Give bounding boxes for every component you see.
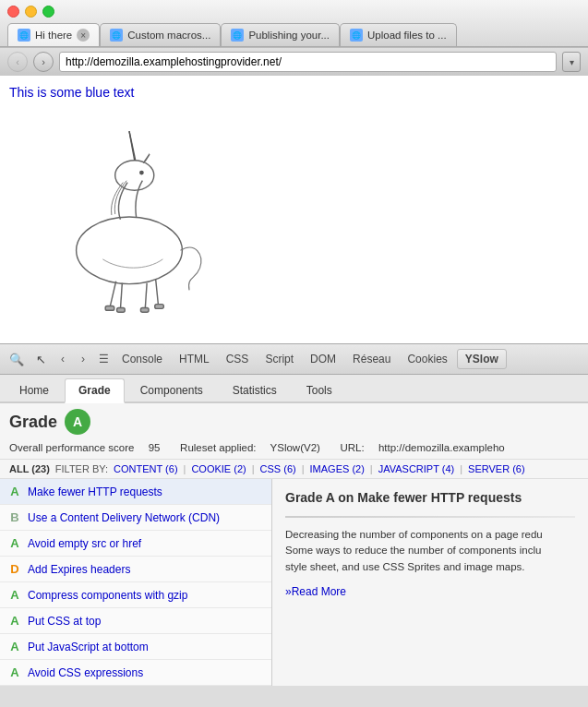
devtools-forward-icon[interactable]: › — [74, 350, 92, 368]
filter-content[interactable]: CONTENT (6) — [114, 463, 177, 474]
grade-badge: A — [65, 409, 90, 435]
devtools-tab-dom[interactable]: DOM — [303, 350, 343, 368]
item-grade-6: A — [7, 640, 22, 653]
svg-point-4 — [139, 171, 144, 175]
filter-by-label: FILTER BY: — [55, 463, 108, 474]
list-item-2[interactable]: A Avoid empty src or href — [0, 531, 271, 557]
yslow-tab-grade[interactable]: Grade — [65, 378, 125, 403]
devtools-tab-yslow[interactable]: YSlow — [457, 349, 507, 369]
item-label-7: Avoid CSS expressions — [28, 666, 264, 679]
minimize-button[interactable] — [25, 6, 37, 18]
tab-icon-publishing: 🌐 — [231, 29, 244, 42]
grade-score-label: Overall performance score — [9, 442, 135, 453]
item-label-2: Avoid empty src or href — [28, 537, 264, 550]
forward-button[interactable]: › — [33, 52, 54, 72]
yslow-tab-tools[interactable]: Tools — [293, 378, 346, 401]
unicorn-svg — [28, 114, 231, 317]
close-button[interactable] — [7, 6, 19, 18]
svg-point-0 — [77, 217, 183, 284]
item-grade-5: A — [7, 614, 22, 628]
detail-divider — [285, 516, 575, 518]
yslow-detail: Grade A on Make fewer HTTP requests Decr… — [272, 479, 588, 686]
filter-images[interactable]: IMAGES (2) — [310, 463, 365, 474]
svg-rect-8 — [155, 305, 164, 309]
detail-text-line1: Decreasing the number of components on a… — [285, 529, 543, 540]
grade-bar: Grade A Overall performance score 95 Rul… — [0, 403, 588, 460]
grade-ruleset: YSlow(V2) — [270, 442, 320, 453]
devtools-tab-reseau[interactable]: Réseau — [345, 350, 398, 368]
maximize-button[interactable] — [42, 6, 54, 18]
tab-icon-upload-files: 🌐 — [350, 29, 363, 42]
blue-text: This is some blue text — [9, 85, 579, 100]
grade-score: 95 — [149, 442, 161, 453]
svg-line-3 — [129, 131, 136, 161]
devtools-pointer-icon[interactable]: ↖ — [30, 348, 52, 370]
yslow-tab-home[interactable]: Home — [6, 378, 63, 401]
tab-label-publishing: Publishing your... — [248, 30, 330, 41]
list-item-1[interactable]: B Use a Content Delivery Network (CDN) — [0, 505, 271, 531]
tab-custom-macros[interactable]: 🌐 Custom macros... — [100, 23, 221, 46]
item-label-6: Put JavaScript at bottom — [28, 641, 264, 653]
unicorn-image — [9, 109, 249, 321]
yslow-main: A Make fewer HTTP requests B Use a Conte… — [0, 479, 588, 686]
filter-javascript[interactable]: JAVASCRIPT (4) — [378, 463, 455, 474]
list-item-3[interactable]: D Add Expires headers — [0, 557, 271, 582]
detail-text-line2: Some ways to reduce the number of compon… — [285, 545, 541, 556]
filter-all[interactable]: ALL (23) — [9, 463, 50, 474]
grade-ruleset-label: Ruleset applied: — [180, 442, 256, 453]
filter-server[interactable]: SERVER (6) — [468, 463, 525, 474]
tab-upload-files[interactable]: 🌐 Upload files to ... — [340, 23, 457, 46]
go-button[interactable]: ▾ — [562, 52, 581, 72]
tab-icon-custom-macros: 🌐 — [110, 29, 123, 42]
grade-heading: Grade — [9, 413, 57, 432]
svg-rect-5 — [105, 306, 114, 311]
devtools-tab-console[interactable]: Console — [114, 350, 170, 368]
tab-label-custom-macros: Custom macros... — [127, 30, 210, 41]
devtools-bar: 🔍 ↖ ‹ › ☰ Console HTML CSS Script DOM Ré… — [0, 343, 588, 375]
tab-bar: 🌐 Hi there × 🌐 Custom macros... 🌐 Publis… — [7, 23, 581, 46]
devtools-list-icon[interactable]: ☰ — [94, 350, 113, 368]
list-item-0[interactable]: A Make fewer HTTP requests — [0, 479, 271, 505]
yslow-tab-statistics[interactable]: Statistics — [219, 378, 291, 401]
devtools-tab-css[interactable]: CSS — [219, 350, 257, 368]
devtools-inspect-icon[interactable]: 🔍 — [6, 348, 28, 370]
list-item-6[interactable]: A Put JavaScript at bottom — [0, 634, 271, 660]
list-item-7[interactable]: A Avoid CSS expressions — [0, 660, 271, 686]
item-grade-0: A — [7, 485, 22, 498]
tab-close-hi-there[interactable]: × — [77, 29, 90, 42]
item-grade-3: D — [7, 562, 22, 576]
filter-cookie[interactable]: COOKIE (2) — [191, 463, 246, 474]
item-label-0: Make fewer HTTP requests — [28, 485, 264, 498]
filter-bar: ALL (23) FILTER BY: CONTENT (6) | COOKIE… — [0, 460, 588, 479]
devtools-back-icon[interactable]: ‹ — [54, 350, 72, 368]
url-input[interactable] — [59, 52, 557, 72]
devtools-tab-script[interactable]: Script — [258, 350, 301, 368]
tab-label-upload-files: Upload files to ... — [367, 30, 447, 41]
yslow-tab-bar: Home Grade Components Statistics Tools — [0, 375, 588, 403]
list-item-4[interactable]: A Compress components with gzip — [0, 582, 271, 608]
detail-text-line3: style sheet, and use CSS Sprites and ima… — [285, 561, 525, 572]
tab-publishing[interactable]: 🌐 Publishing your... — [221, 23, 340, 46]
list-item-5[interactable]: A Put CSS at top — [0, 608, 271, 634]
devtools-tab-html[interactable]: HTML — [172, 350, 217, 368]
filter-css[interactable]: CSS (6) — [260, 463, 296, 474]
grade-url-label: URL: — [341, 442, 365, 453]
read-more-link[interactable]: »Read More — [285, 585, 346, 598]
devtools-tab-cookies[interactable]: Cookies — [400, 350, 454, 368]
item-label-3: Add Expires headers — [28, 563, 264, 576]
yslow-tab-components[interactable]: Components — [126, 378, 217, 401]
svg-rect-7 — [140, 307, 149, 312]
yslow-panel: Home Grade Components Statistics Tools G… — [0, 375, 588, 686]
address-bar: ‹ › ▾ — [0, 47, 588, 76]
item-grade-2: A — [7, 536, 22, 550]
tab-label-hi-there: Hi there — [35, 30, 72, 41]
grade-info: Overall performance score 95 Ruleset app… — [9, 442, 516, 453]
item-label-1: Use a Content Delivery Network (CDN) — [28, 511, 264, 524]
back-button[interactable]: ‹ — [7, 52, 28, 72]
tab-hi-there[interactable]: 🌐 Hi there × — [7, 23, 100, 46]
item-label-4: Compress components with gzip — [28, 589, 264, 602]
item-label-5: Put CSS at top — [28, 615, 264, 628]
yslow-list: A Make fewer HTTP requests B Use a Conte… — [0, 479, 272, 686]
traffic-lights — [7, 6, 581, 18]
browser-content: This is some blue text — [0, 76, 588, 343]
